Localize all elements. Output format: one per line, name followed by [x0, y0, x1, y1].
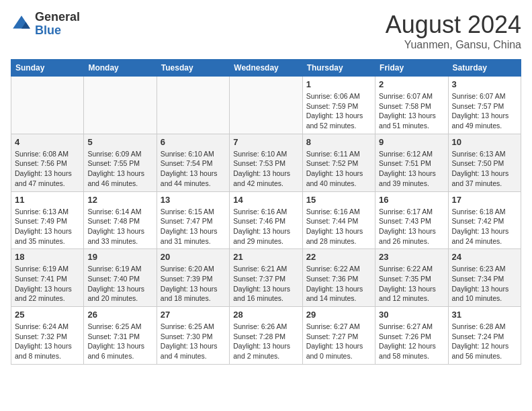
day-number: 23	[379, 252, 444, 262]
day-number: 4	[15, 137, 80, 147]
day-info: Sunrise: 6:09 AM Sunset: 7:55 PM Dayligh…	[87, 149, 152, 189]
day-number: 21	[233, 252, 298, 262]
day-info: Sunrise: 6:16 AM Sunset: 7:44 PM Dayligh…	[306, 207, 371, 246]
page-header: General Blue August 2024 Yuanmen, Gansu,…	[11, 11, 521, 51]
weekday-header-sunday: Sunday	[11, 60, 84, 77]
day-number: 31	[452, 310, 517, 320]
calendar-header: SundayMondayTuesdayWednesdayThursdayFrid…	[11, 60, 521, 77]
day-number: 8	[306, 137, 371, 147]
day-number: 29	[306, 310, 371, 320]
month-year: August 2024	[386, 11, 521, 39]
calendar-week-row: 4Sunrise: 6:08 AM Sunset: 7:56 PM Daylig…	[11, 134, 521, 191]
calendar-cell	[84, 77, 157, 134]
calendar-cell: 15Sunrise: 6:16 AM Sunset: 7:44 PM Dayli…	[302, 191, 375, 249]
calendar-cell	[157, 77, 229, 134]
weekday-header-friday: Friday	[375, 60, 448, 77]
day-info: Sunrise: 6:10 AM Sunset: 7:53 PM Dayligh…	[233, 149, 298, 189]
day-number: 6	[161, 137, 226, 147]
day-number: 14	[233, 195, 298, 205]
calendar-cell: 1Sunrise: 6:06 AM Sunset: 7:59 PM Daylig…	[302, 77, 375, 134]
day-number: 12	[87, 195, 152, 205]
calendar-cell: 14Sunrise: 6:16 AM Sunset: 7:46 PM Dayli…	[230, 191, 302, 249]
day-number: 19	[87, 252, 152, 262]
calendar-week-row: 11Sunrise: 6:13 AM Sunset: 7:49 PM Dayli…	[11, 191, 521, 249]
day-number: 9	[379, 137, 444, 147]
day-info: Sunrise: 6:14 AM Sunset: 7:48 PM Dayligh…	[87, 207, 152, 246]
day-number: 2	[379, 79, 444, 89]
day-number: 10	[452, 137, 517, 147]
day-number: 15	[306, 195, 371, 205]
day-info: Sunrise: 6:13 AM Sunset: 7:49 PM Dayligh…	[15, 207, 80, 246]
calendar-week-row: 25Sunrise: 6:24 AM Sunset: 7:32 PM Dayli…	[11, 307, 521, 365]
calendar-cell: 24Sunrise: 6:23 AM Sunset: 7:34 PM Dayli…	[448, 249, 521, 307]
day-number: 25	[15, 310, 80, 320]
calendar-cell: 28Sunrise: 6:26 AM Sunset: 7:28 PM Dayli…	[230, 307, 302, 365]
day-info: Sunrise: 6:21 AM Sunset: 7:37 PM Dayligh…	[233, 264, 298, 304]
calendar-cell: 6Sunrise: 6:10 AM Sunset: 7:54 PM Daylig…	[157, 134, 229, 191]
calendar-cell: 4Sunrise: 6:08 AM Sunset: 7:56 PM Daylig…	[11, 134, 84, 191]
calendar-cell: 26Sunrise: 6:25 AM Sunset: 7:31 PM Dayli…	[84, 307, 157, 365]
logo-blue: Blue	[35, 24, 80, 38]
weekday-header-monday: Monday	[84, 60, 157, 77]
day-info: Sunrise: 6:07 AM Sunset: 7:57 PM Dayligh…	[452, 91, 517, 131]
day-number: 20	[161, 252, 226, 262]
day-info: Sunrise: 6:19 AM Sunset: 7:41 PM Dayligh…	[15, 264, 80, 304]
calendar-cell: 12Sunrise: 6:14 AM Sunset: 7:48 PM Dayli…	[84, 191, 157, 249]
day-info: Sunrise: 6:10 AM Sunset: 7:54 PM Dayligh…	[161, 149, 226, 189]
calendar-cell: 11Sunrise: 6:13 AM Sunset: 7:49 PM Dayli…	[11, 191, 84, 249]
day-number: 22	[306, 252, 371, 262]
weekday-header-tuesday: Tuesday	[157, 60, 229, 77]
calendar-cell: 30Sunrise: 6:27 AM Sunset: 7:26 PM Dayli…	[375, 307, 448, 365]
weekday-header-saturday: Saturday	[448, 60, 521, 77]
day-info: Sunrise: 6:26 AM Sunset: 7:28 PM Dayligh…	[233, 322, 298, 361]
calendar-table: SundayMondayTuesdayWednesdayThursdayFrid…	[11, 59, 521, 365]
calendar-cell: 16Sunrise: 6:17 AM Sunset: 7:43 PM Dayli…	[375, 191, 448, 249]
calendar-cell: 10Sunrise: 6:13 AM Sunset: 7:50 PM Dayli…	[448, 134, 521, 191]
calendar-cell: 31Sunrise: 6:28 AM Sunset: 7:24 PM Dayli…	[448, 307, 521, 365]
location: Yuanmen, Gansu, China	[386, 39, 521, 51]
day-number: 13	[161, 195, 226, 205]
calendar-week-row: 18Sunrise: 6:19 AM Sunset: 7:41 PM Dayli…	[11, 249, 521, 307]
day-info: Sunrise: 6:27 AM Sunset: 7:26 PM Dayligh…	[379, 322, 444, 361]
day-number: 27	[161, 310, 226, 320]
calendar-week-row: 1Sunrise: 6:06 AM Sunset: 7:59 PM Daylig…	[11, 77, 521, 134]
day-info: Sunrise: 6:13 AM Sunset: 7:50 PM Dayligh…	[452, 149, 517, 189]
day-info: Sunrise: 6:08 AM Sunset: 7:56 PM Dayligh…	[15, 149, 80, 189]
title-block: August 2024 Yuanmen, Gansu, China	[386, 11, 521, 51]
day-info: Sunrise: 6:24 AM Sunset: 7:32 PM Dayligh…	[15, 322, 80, 361]
logo-general: General	[35, 11, 80, 24]
calendar-cell: 17Sunrise: 6:18 AM Sunset: 7:42 PM Dayli…	[448, 191, 521, 249]
day-number: 17	[452, 195, 517, 205]
day-info: Sunrise: 6:22 AM Sunset: 7:35 PM Dayligh…	[379, 264, 444, 304]
day-number: 26	[87, 310, 152, 320]
day-number: 24	[452, 252, 517, 262]
calendar-cell: 25Sunrise: 6:24 AM Sunset: 7:32 PM Dayli…	[11, 307, 84, 365]
day-number: 28	[233, 310, 298, 320]
day-number: 18	[15, 252, 80, 262]
weekday-header-wednesday: Wednesday	[230, 60, 302, 77]
logo-text: General Blue	[35, 11, 80, 38]
day-info: Sunrise: 6:11 AM Sunset: 7:52 PM Dayligh…	[306, 149, 371, 189]
calendar-cell: 23Sunrise: 6:22 AM Sunset: 7:35 PM Dayli…	[375, 249, 448, 307]
day-info: Sunrise: 6:15 AM Sunset: 7:47 PM Dayligh…	[161, 207, 226, 246]
calendar-cell: 7Sunrise: 6:10 AM Sunset: 7:53 PM Daylig…	[230, 134, 302, 191]
day-number: 1	[306, 79, 371, 89]
logo-icon	[11, 13, 32, 35]
day-info: Sunrise: 6:22 AM Sunset: 7:36 PM Dayligh…	[306, 264, 371, 304]
calendar-cell: 22Sunrise: 6:22 AM Sunset: 7:36 PM Dayli…	[302, 249, 375, 307]
weekday-row: SundayMondayTuesdayWednesdayThursdayFrid…	[11, 60, 521, 77]
calendar-cell: 18Sunrise: 6:19 AM Sunset: 7:41 PM Dayli…	[11, 249, 84, 307]
logo: General Blue	[11, 11, 80, 38]
calendar-cell: 9Sunrise: 6:12 AM Sunset: 7:51 PM Daylig…	[375, 134, 448, 191]
day-info: Sunrise: 6:27 AM Sunset: 7:27 PM Dayligh…	[306, 322, 371, 361]
calendar-cell	[230, 77, 302, 134]
day-number: 16	[379, 195, 444, 205]
day-info: Sunrise: 6:06 AM Sunset: 7:59 PM Dayligh…	[306, 91, 371, 131]
day-info: Sunrise: 6:20 AM Sunset: 7:39 PM Dayligh…	[161, 264, 226, 304]
calendar-cell: 29Sunrise: 6:27 AM Sunset: 7:27 PM Dayli…	[302, 307, 375, 365]
calendar-cell: 19Sunrise: 6:19 AM Sunset: 7:40 PM Dayli…	[84, 249, 157, 307]
calendar-cell: 13Sunrise: 6:15 AM Sunset: 7:47 PM Dayli…	[157, 191, 229, 249]
day-info: Sunrise: 6:19 AM Sunset: 7:40 PM Dayligh…	[87, 264, 152, 304]
calendar-cell: 21Sunrise: 6:21 AM Sunset: 7:37 PM Dayli…	[230, 249, 302, 307]
day-info: Sunrise: 6:25 AM Sunset: 7:30 PM Dayligh…	[161, 322, 226, 361]
